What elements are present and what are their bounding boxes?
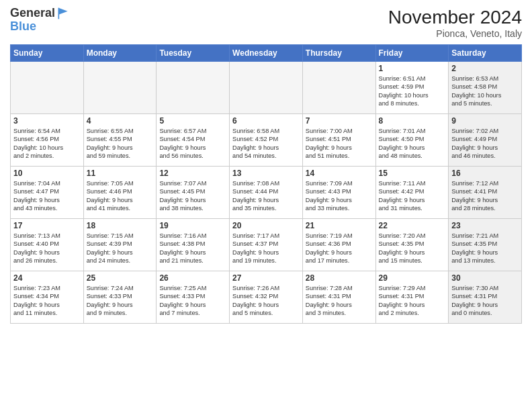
calendar-cell: 8Sunrise: 7:01 AMSunset: 4:50 PMDaylight… bbox=[375, 114, 449, 167]
calendar-cell: 21Sunrise: 7:19 AMSunset: 4:36 PMDayligh… bbox=[302, 219, 375, 271]
calendar-cell: 17Sunrise: 7:13 AMSunset: 4:40 PMDayligh… bbox=[11, 219, 84, 271]
header-day-friday: Friday bbox=[375, 45, 449, 62]
day-number: 29 bbox=[379, 273, 446, 283]
header-day-thursday: Thursday bbox=[302, 45, 375, 62]
day-info: Sunrise: 7:19 AMSunset: 4:36 PMDaylight:… bbox=[306, 232, 373, 265]
calendar-cell: 23Sunrise: 7:21 AMSunset: 4:35 PMDayligh… bbox=[449, 219, 522, 271]
day-info: Sunrise: 7:08 AMSunset: 4:44 PMDaylight:… bbox=[232, 179, 300, 213]
calendar-cell: 16Sunrise: 7:12 AMSunset: 4:41 PMDayligh… bbox=[449, 167, 522, 219]
day-info: Sunrise: 7:23 AMSunset: 4:34 PMDaylight:… bbox=[13, 284, 81, 318]
calendar-cell: 14Sunrise: 7:09 AMSunset: 4:43 PMDayligh… bbox=[302, 167, 375, 219]
day-number: 26 bbox=[159, 273, 226, 283]
logo-text-general: General bbox=[10, 7, 55, 20]
calendar-cell: 24Sunrise: 7:23 AMSunset: 4:34 PMDayligh… bbox=[11, 271, 84, 324]
day-info: Sunrise: 7:25 AMSunset: 4:33 PMDaylight:… bbox=[159, 284, 226, 318]
calendar-cell: 26Sunrise: 7:25 AMSunset: 4:33 PMDayligh… bbox=[157, 271, 230, 324]
day-info: Sunrise: 6:54 AMSunset: 4:56 PMDaylight:… bbox=[13, 127, 81, 161]
calendar-cell: 25Sunrise: 7:24 AMSunset: 4:33 PMDayligh… bbox=[83, 271, 157, 324]
calendar-cell: 9Sunrise: 7:02 AMSunset: 4:49 PMDaylight… bbox=[449, 114, 522, 167]
header-day-wednesday: Wednesday bbox=[230, 45, 303, 62]
location: Pionca, Veneto, Italy bbox=[388, 28, 522, 39]
day-number: 17 bbox=[13, 221, 81, 230]
calendar-header: SundayMondayTuesdayWednesdayThursdayFrid… bbox=[11, 45, 522, 62]
calendar-cell: 27Sunrise: 7:26 AMSunset: 4:32 PMDayligh… bbox=[230, 271, 303, 324]
day-info: Sunrise: 7:07 AMSunset: 4:45 PMDaylight:… bbox=[159, 179, 226, 213]
calendar-cell: 29Sunrise: 7:29 AMSunset: 4:31 PMDayligh… bbox=[375, 271, 449, 324]
header-day-monday: Monday bbox=[83, 45, 157, 62]
calendar-cell: 7Sunrise: 7:00 AMSunset: 4:51 PMDaylight… bbox=[302, 114, 375, 167]
calendar-cell: 18Sunrise: 7:15 AMSunset: 4:39 PMDayligh… bbox=[83, 219, 157, 271]
day-info: Sunrise: 7:24 AMSunset: 4:33 PMDaylight:… bbox=[87, 284, 154, 318]
day-number: 8 bbox=[379, 116, 446, 126]
calendar-table: SundayMondayTuesdayWednesdayThursdayFrid… bbox=[10, 44, 522, 324]
day-number: 22 bbox=[379, 221, 446, 230]
calendar-cell: 12Sunrise: 7:07 AMSunset: 4:45 PMDayligh… bbox=[157, 167, 230, 219]
day-number: 20 bbox=[232, 221, 300, 230]
calendar-cell: 3Sunrise: 6:54 AMSunset: 4:56 PMDaylight… bbox=[11, 114, 84, 167]
day-info: Sunrise: 7:02 AMSunset: 4:49 PMDaylight:… bbox=[451, 127, 519, 161]
calendar-week-4: 17Sunrise: 7:13 AMSunset: 4:40 PMDayligh… bbox=[11, 219, 522, 271]
calendar-cell: 28Sunrise: 7:28 AMSunset: 4:31 PMDayligh… bbox=[302, 271, 375, 324]
day-number: 28 bbox=[306, 273, 373, 283]
day-info: Sunrise: 6:58 AMSunset: 4:52 PMDaylight:… bbox=[232, 127, 300, 161]
calendar-body: 1Sunrise: 6:51 AMSunset: 4:59 PMDaylight… bbox=[11, 62, 522, 324]
day-info: Sunrise: 7:13 AMSunset: 4:40 PMDaylight:… bbox=[13, 232, 81, 265]
day-number: 6 bbox=[232, 116, 300, 126]
calendar-cell: 20Sunrise: 7:17 AMSunset: 4:37 PMDayligh… bbox=[230, 219, 303, 271]
logo-flag-icon bbox=[56, 7, 70, 20]
day-info: Sunrise: 7:26 AMSunset: 4:32 PMDaylight:… bbox=[232, 284, 300, 318]
svg-marker-0 bbox=[58, 8, 67, 15]
day-info: Sunrise: 7:28 AMSunset: 4:31 PMDaylight:… bbox=[306, 284, 373, 318]
day-number: 2 bbox=[451, 64, 519, 73]
day-number: 27 bbox=[232, 273, 300, 283]
day-number: 9 bbox=[451, 116, 519, 126]
header-day-saturday: Saturday bbox=[449, 45, 522, 62]
day-number: 24 bbox=[13, 273, 81, 283]
calendar-cell: 15Sunrise: 7:11 AMSunset: 4:42 PMDayligh… bbox=[375, 167, 449, 219]
day-number: 18 bbox=[87, 221, 154, 230]
day-info: Sunrise: 7:05 AMSunset: 4:46 PMDaylight:… bbox=[87, 179, 154, 213]
day-number: 23 bbox=[451, 221, 519, 230]
header-row: SundayMondayTuesdayWednesdayThursdayFrid… bbox=[11, 45, 522, 62]
day-number: 11 bbox=[87, 169, 154, 178]
calendar-cell: 1Sunrise: 6:51 AMSunset: 4:59 PMDaylight… bbox=[375, 62, 449, 114]
day-info: Sunrise: 7:00 AMSunset: 4:51 PMDaylight:… bbox=[306, 127, 373, 161]
day-number: 3 bbox=[13, 116, 81, 126]
day-number: 13 bbox=[232, 169, 300, 178]
logo-text-blue: Blue bbox=[10, 20, 70, 34]
day-number: 12 bbox=[159, 169, 226, 178]
day-info: Sunrise: 7:29 AMSunset: 4:31 PMDaylight:… bbox=[379, 284, 446, 318]
day-info: Sunrise: 7:15 AMSunset: 4:39 PMDaylight:… bbox=[87, 232, 154, 265]
day-info: Sunrise: 7:04 AMSunset: 4:47 PMDaylight:… bbox=[13, 179, 81, 213]
calendar-cell: 5Sunrise: 6:57 AMSunset: 4:54 PMDaylight… bbox=[157, 114, 230, 167]
month-title: November 2024 bbox=[388, 7, 522, 28]
day-number: 19 bbox=[159, 221, 226, 230]
calendar-cell bbox=[11, 62, 84, 114]
day-info: Sunrise: 7:01 AMSunset: 4:50 PMDaylight:… bbox=[379, 127, 446, 161]
day-info: Sunrise: 6:53 AMSunset: 4:58 PMDaylight:… bbox=[451, 75, 519, 108]
day-number: 25 bbox=[87, 273, 154, 283]
calendar-cell bbox=[230, 62, 303, 114]
day-number: 7 bbox=[306, 116, 373, 126]
calendar-cell bbox=[157, 62, 230, 114]
calendar-cell: 22Sunrise: 7:20 AMSunset: 4:35 PMDayligh… bbox=[375, 219, 449, 271]
calendar-cell bbox=[83, 62, 157, 114]
day-number: 1 bbox=[379, 64, 446, 73]
calendar-cell bbox=[302, 62, 375, 114]
calendar-cell: 19Sunrise: 7:16 AMSunset: 4:38 PMDayligh… bbox=[157, 219, 230, 271]
header-day-sunday: Sunday bbox=[11, 45, 84, 62]
calendar-cell: 10Sunrise: 7:04 AMSunset: 4:47 PMDayligh… bbox=[11, 167, 84, 219]
calendar-week-3: 10Sunrise: 7:04 AMSunset: 4:47 PMDayligh… bbox=[11, 167, 522, 219]
day-number: 10 bbox=[13, 169, 81, 178]
calendar-week-5: 24Sunrise: 7:23 AMSunset: 4:34 PMDayligh… bbox=[11, 271, 522, 324]
day-info: Sunrise: 7:30 AMSunset: 4:31 PMDaylight:… bbox=[451, 284, 519, 318]
title-block: November 2024 Pionca, Veneto, Italy bbox=[388, 7, 522, 39]
day-info: Sunrise: 7:21 AMSunset: 4:35 PMDaylight:… bbox=[451, 232, 519, 265]
calendar-cell: 11Sunrise: 7:05 AMSunset: 4:46 PMDayligh… bbox=[83, 167, 157, 219]
day-info: Sunrise: 7:20 AMSunset: 4:35 PMDaylight:… bbox=[379, 232, 446, 265]
day-number: 14 bbox=[306, 169, 373, 178]
day-info: Sunrise: 7:16 AMSunset: 4:38 PMDaylight:… bbox=[159, 232, 226, 265]
header-day-tuesday: Tuesday bbox=[157, 45, 230, 62]
day-info: Sunrise: 7:12 AMSunset: 4:41 PMDaylight:… bbox=[451, 179, 519, 213]
header: General Blue November 2024 Pionca, Venet… bbox=[10, 7, 522, 39]
